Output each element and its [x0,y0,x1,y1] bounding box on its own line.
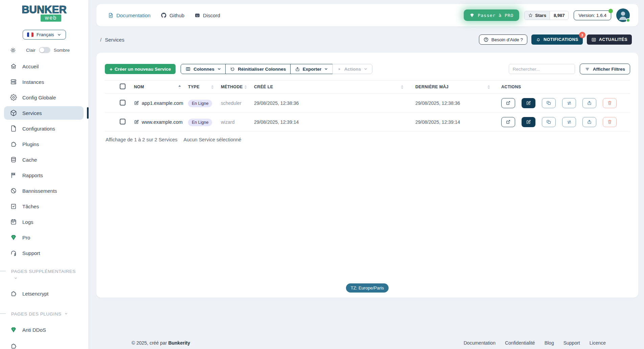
sidebar-item-cache[interactable]: Cache [4,153,84,166]
notifications-button[interactable]: NOTIFICATIONS 3 [531,34,583,45]
sidebar-item-label: Pro [22,235,30,240]
sidebar-item-partial[interactable] [4,339,84,349]
sidebar-item-configurations[interactable]: Configurations [4,122,84,135]
reset-columns-button[interactable]: Réinitialiser Colonnes [225,64,291,74]
sidebar-item-anti-ddos[interactable]: Anti DDoS [4,323,84,336]
company-link[interactable]: Bunkerity [168,340,190,346]
sort-icon[interactable] [400,85,404,89]
clone-service-button[interactable] [542,117,556,127]
sidebar-item-plugins[interactable]: Plugins [4,137,84,151]
help-button[interactable]: Besoin d'Aide ? [479,34,527,45]
github-stars-widget[interactable]: Stars 8,987 [524,11,569,20]
journal-icon [10,218,17,225]
sidebar-item-label: Bannissements [22,188,57,194]
convert-service-button[interactable] [562,117,576,127]
footer-link-licence[interactable]: Licence [590,340,606,346]
column-header-cree-le[interactable]: CRÉÉ LE [254,85,415,89]
column-header-derniere-maj[interactable]: DERNIÈRE MÀJ [415,85,501,89]
sidebar-item-support[interactable]: Support [4,246,84,260]
stars-label: Stars [535,13,546,18]
sidebar-item-logs[interactable]: Logs [4,215,84,229]
show-filters-button[interactable]: Afficher Filtres [580,64,630,74]
sidebar-item-bannissements[interactable]: Bannissements [4,184,84,197]
news-button[interactable]: ACTUALITÉS [587,34,632,45]
chevron-down-icon [364,67,368,71]
edit-icon [526,100,531,106]
language-selector[interactable]: Français [23,30,66,40]
section-pages-supplementaires[interactable]: PAGES SUPPLÉMENTAIRES [11,268,77,282]
footer-link-support[interactable]: Support [564,340,580,346]
sidebar-item-instances[interactable]: Instances [4,75,84,89]
sidebar-item-taches[interactable]: Tâches [4,200,84,213]
theme-toggle[interactable] [39,47,50,53]
footer-link-blog[interactable]: Blog [545,340,554,346]
sidebar-item-accueil[interactable]: Accueil [4,60,84,73]
sort-icon[interactable] [178,85,181,89]
upgrade-pro-button[interactable]: Passer à PRO [464,9,519,21]
actions-dropdown[interactable]: Actions [332,64,373,74]
sidebar-item-label: Instances [22,79,44,85]
version-label: Version: 1.6.4 [578,13,606,18]
column-header-nom[interactable]: NOM [134,85,188,89]
sidebar-item-services[interactable]: Services [4,106,84,120]
column-header-type[interactable]: TYPE [188,85,221,89]
delete-service-button[interactable] [603,98,617,108]
logo-badge: web [41,15,61,22]
language-label: Français [37,32,54,37]
delete-service-button[interactable] [603,117,617,127]
open-service-button[interactable] [501,98,515,108]
footer-link-confidentialite[interactable]: Confidentialité [505,340,535,346]
bunkerweb-logo: BUNKER web [0,5,88,22]
convert-service-button[interactable] [562,98,576,108]
export-dropdown[interactable]: Exporter [290,64,333,74]
open-service-button[interactable] [501,117,515,127]
row-actions [501,98,630,108]
service-name-link[interactable]: app1.example.com [134,100,188,106]
reset-icon [230,67,235,72]
search-input[interactable] [509,64,575,74]
service-name-link[interactable]: www.example.com [134,119,188,125]
clone-service-button[interactable] [542,98,556,108]
discord-link[interactable]: Discord [194,13,220,18]
headset-icon [10,250,17,256]
footer-link-documentation[interactable]: Documentation [464,340,496,346]
sidebar-item-pro[interactable]: Pro [4,231,84,244]
sun-icon [10,47,16,53]
column-header-methode[interactable]: MÉTHODE [221,85,254,89]
sidebar-item-rapports[interactable]: Rapports [4,168,84,182]
stars-count: 8,987 [550,11,569,20]
columns-dropdown[interactable]: Colonnes [181,64,226,74]
sort-icon[interactable] [487,85,490,89]
app-root: BUNKER web Français Clair Sombre Accueil [0,0,644,349]
table-controls-group: Colonnes Réinitialiser Colonnes Exporter [181,64,372,74]
export-service-button[interactable] [582,98,596,108]
topbar: Documentation Github Discord Passer à PR… [96,4,638,26]
github-label: Github [169,13,184,18]
column-label: NOM [134,85,144,89]
row-checkbox[interactable] [120,100,125,106]
newspaper-icon [591,37,596,42]
row-checkbox[interactable] [120,119,125,124]
external-link-icon [506,119,511,124]
chevron-down-icon [64,310,68,318]
edit-service-button[interactable] [522,117,535,127]
avatar[interactable] [616,8,630,22]
section-pages-des-plugins[interactable]: PAGES DES PLUGINS [11,310,77,318]
export-service-button[interactable] [582,117,596,127]
create-service-button[interactable]: + Créer un nouveau Service [105,64,176,74]
sort-icon[interactable] [244,85,247,89]
breadcrumb: / Services [100,37,124,43]
github-link[interactable]: Github [161,12,184,18]
edit-service-button[interactable] [522,98,535,108]
export-label: Exporter [303,67,322,72]
diamond-icon [469,13,475,18]
documentation-link[interactable]: Documentation [108,13,151,18]
sidebar-item-config-globale[interactable]: Config Globale [4,91,84,104]
diamond-icon [10,326,17,333]
page-title: Services [105,37,124,43]
sort-icon[interactable] [211,85,214,89]
sidebar-item-letsencrypt[interactable]: Letsencrypt [4,287,84,300]
edit-icon [526,119,531,124]
sidebar-item-label: Letsencrypt [22,291,49,297]
select-all-checkbox[interactable] [120,84,125,89]
